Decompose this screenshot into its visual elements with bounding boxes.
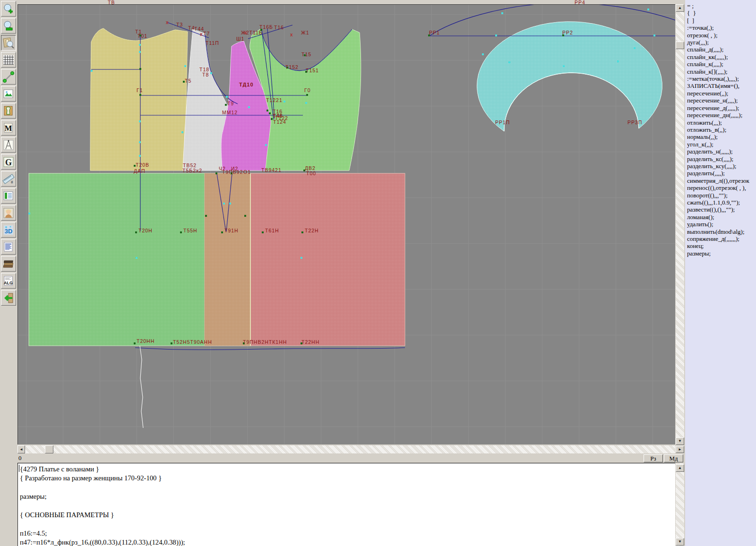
command-item[interactable]: разделить_кс(,,,,); (687, 155, 756, 162)
canvas-hscroll-thumb[interactable] (45, 445, 53, 453)
command-item[interactable]: симметрия_л((),отрезок (687, 177, 756, 184)
grid-button[interactable] (1, 52, 16, 68)
algorithm-editor[interactable]: {4279 Платье с воланами }{ Разработано н… (17, 463, 675, 546)
command-item[interactable]: удалить(); (687, 221, 756, 228)
command-item[interactable]: сопряжение_д(,,,,,,); (687, 235, 756, 242)
ruler-button[interactable]: 8 (1, 171, 16, 187)
pattern-canvas[interactable]: хххх (17, 4, 675, 444)
letter-g-button[interactable]: G (1, 154, 16, 170)
flounce-piece[interactable] (477, 22, 662, 131)
command-item[interactable]: отрезок( , ); (687, 32, 756, 39)
editor-line: размеры; (20, 492, 675, 501)
image-button[interactable] (1, 86, 16, 102)
command-item[interactable]: разделить(,,,,); (687, 170, 756, 177)
command-item[interactable]: перенос((),отрезок( , ), (687, 184, 756, 191)
command-item[interactable]: :=метка(точка(,),,,,); (687, 75, 756, 82)
command-item[interactable]: пересечение_д(,,,,,); (687, 104, 756, 111)
command-reference-panel: = ;{ }[ ]:=точка(,);отрезок( , );дуга(,,… (685, 0, 756, 546)
pattern-drawing: хххх (18, 5, 675, 444)
preview-zoom-icon (2, 37, 15, 49)
books-button[interactable] (1, 256, 16, 272)
drafting-icon (2, 139, 15, 151)
command-item[interactable]: пересечение(,,); (687, 90, 756, 97)
letter-m-button[interactable]: M (1, 120, 16, 136)
canvas-vscroll-track[interactable] (676, 4, 684, 444)
pattern-piece-button[interactable] (1, 103, 16, 119)
md-button[interactable]: Мд (664, 454, 683, 462)
svg-text:G: G (5, 158, 12, 167)
three-d-button[interactable]: 3D (1, 222, 16, 238)
command-item[interactable]: [ ] (687, 17, 756, 24)
canvas-scroll-right-icon[interactable]: ► (676, 446, 684, 453)
command-item[interactable]: размеры; (687, 250, 756, 257)
command-item[interactable]: нормаль(,,); (687, 133, 756, 140)
alg-icon: ALG (2, 275, 15, 287)
editor-scroll-up-icon[interactable]: ▲ (676, 464, 684, 472)
portrait-icon (2, 207, 15, 219)
letter-m-icon: M (2, 122, 15, 134)
command-item[interactable]: пересечение_н(,,,,); (687, 97, 756, 104)
editor-line: {4279 Платье с воланами } (20, 465, 675, 474)
command-item[interactable]: конец; (687, 242, 756, 249)
alg-button[interactable]: ALG (1, 273, 16, 289)
text-caret (19, 465, 19, 472)
app-window: { "palette":{ "canvas_bg":"#868686","gri… (0, 0, 756, 546)
skirt-overlap-region (205, 173, 251, 346)
letter-g-icon: G (2, 156, 15, 168)
list-button[interactable] (1, 239, 16, 255)
command-item[interactable]: поворот((),,,""); (687, 192, 756, 199)
three-d-icon: 3D (2, 224, 15, 236)
svg-text:3D: 3D (5, 228, 13, 235)
command-item[interactable]: отложить(,,,); (687, 119, 756, 126)
rz-button[interactable]: Рз (644, 454, 663, 462)
command-item[interactable]: :=точка(,); (687, 24, 756, 31)
command-item[interactable]: сплайн_д(,,,,); (687, 46, 756, 53)
command-item[interactable]: дуга(,,,); (687, 39, 756, 46)
canvas-scroll-left-icon[interactable]: ◄ (17, 445, 25, 453)
command-item[interactable]: сплайн_к(,,,,); (687, 60, 756, 68)
drafting-button[interactable] (1, 137, 16, 153)
editor-line: п16:=4.5; (20, 529, 675, 538)
command-item[interactable]: { } (687, 9, 756, 17)
svg-text:8: 8 (11, 180, 13, 184)
command-item[interactable]: пересечение_дн(,,,,,); (687, 111, 756, 119)
editor-line (20, 502, 675, 511)
table-button[interactable] (1, 188, 16, 204)
command-item[interactable]: сплайн_кк(,,,,,); (687, 53, 756, 60)
command-item[interactable]: разделить_н(,,,,,); (687, 148, 756, 155)
command-item[interactable]: отложить_в(,,); (687, 126, 756, 133)
canvas-scroll-down-icon[interactable]: ▼ (676, 437, 684, 445)
svg-text:х: х (290, 32, 293, 37)
command-item[interactable]: = ; (687, 2, 756, 9)
zoom-in-button[interactable] (1, 1, 16, 17)
command-item[interactable]: угол_к(,,); (687, 141, 756, 148)
zoom-out-button[interactable] (1, 18, 16, 34)
editor-line (20, 520, 675, 529)
editor-line: п47:=п16*л_фнк(рз_16,((80,0.33),(112,0.3… (20, 538, 675, 546)
list-icon (2, 241, 15, 253)
grid-icon (2, 54, 15, 66)
editor-line: { Разработано на размер женщины 170-92-1… (20, 474, 675, 483)
command-item[interactable]: разделить_ксу(,,,,); (687, 162, 756, 170)
back-bodice-piece[interactable] (90, 28, 188, 171)
scroll-position-value: 0 (18, 454, 22, 462)
zoom-in-icon (2, 3, 15, 15)
command-item[interactable]: сплайн_к[](,,,,); (687, 68, 756, 75)
command-item[interactable]: ломаная(); (687, 213, 756, 221)
command-item[interactable]: ЗАПИСАТЬ(имя=(), (687, 82, 756, 89)
image-icon (2, 88, 15, 100)
exit-button[interactable] (1, 290, 16, 306)
editor-scroll-down-icon[interactable]: ▼ (676, 538, 684, 546)
preview-zoom-button[interactable] (1, 35, 16, 51)
command-item[interactable]: сжать((),,,1.1,0.9,""); (687, 199, 756, 206)
canvas-scroll-up-icon[interactable]: ▲ (676, 4, 684, 12)
svg-text:ALG: ALG (4, 281, 13, 285)
portrait-button[interactable] (1, 205, 16, 221)
command-item[interactable]: развести((),(),,,""); (687, 206, 756, 213)
segment-button[interactable] (1, 69, 16, 85)
canvas-hscroll-track[interactable] (17, 445, 675, 453)
pattern-piece-icon (2, 105, 15, 117)
canvas-vscroll-thumb[interactable] (676, 42, 684, 49)
editor-vscroll-track[interactable] (676, 463, 684, 546)
command-item[interactable]: выполнить(dmod\alg); (687, 228, 756, 235)
